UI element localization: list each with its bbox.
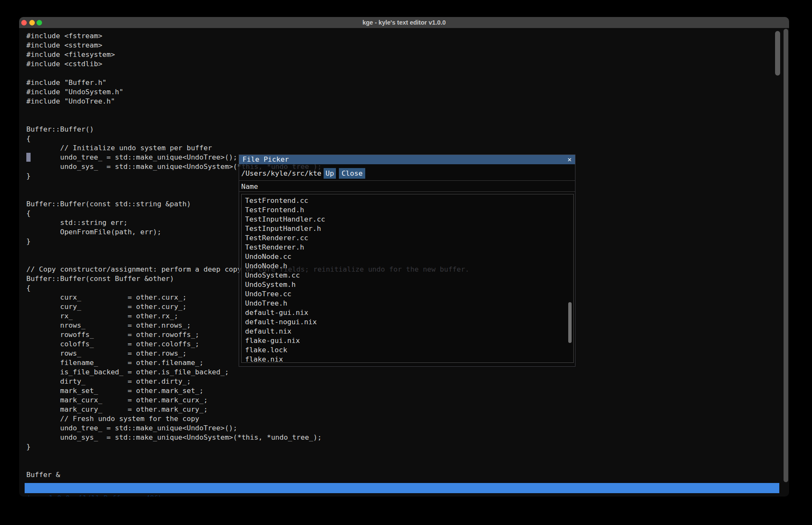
file-list-item[interactable]: UndoSystem.h	[242, 280, 573, 289]
status-version-file: kge v1.0.0 [1/1] Buffer.cc 486L	[28, 493, 163, 497]
divider	[239, 191, 575, 192]
text-cursor	[26, 153, 31, 162]
window-titlebar[interactable]: kge - kyle's text editor v1.0.0	[19, 17, 789, 28]
file-list-item[interactable]: TestRenderer.h	[242, 243, 573, 252]
file-list-item[interactable]: default-nogui.nix	[242, 317, 573, 327]
scrollbar-track[interactable]	[784, 29, 788, 482]
file-list: TestFrontend.ccTestFrontend.hTestInputHa…	[241, 194, 574, 363]
status-bar: kge v1.0.0 [1/1] Buffer.cc 486L Open Fil…	[25, 483, 779, 493]
file-list-item[interactable]: TestFrontend.cc	[242, 196, 573, 205]
file-list-item[interactable]: UndoTree.cc	[242, 289, 573, 299]
file-list-item[interactable]: TestRenderer.cc	[242, 233, 573, 243]
file-list-item[interactable]: TestInputHandler.cc	[242, 215, 573, 224]
dialog-close-icon[interactable]: ✕	[567, 155, 572, 164]
up-directory-button[interactable]: Up	[324, 168, 336, 179]
app-window: kge - kyle's text editor v1.0.0 #include…	[19, 17, 789, 497]
window-title: kge - kyle's text editor v1.0.0	[19, 17, 789, 28]
name-column-header: Name	[241, 182, 258, 191]
file-list-item[interactable]: flake.nix	[242, 355, 573, 364]
file-picker-titlebar[interactable]: File Picker ✕	[239, 155, 575, 164]
editor-scrollbar-thumb[interactable]	[775, 31, 780, 76]
file-list-scrollbar-thumb[interactable]	[568, 302, 572, 343]
close-dialog-button[interactable]: Close	[339, 168, 365, 179]
file-list-item[interactable]: UndoTree.h	[242, 299, 573, 308]
current-path-label: /Users/kyle/src/kte	[241, 169, 321, 178]
file-list-item[interactable]: UndoNode.cc	[242, 252, 573, 261]
file-list-item[interactable]: TestFrontend.h	[242, 205, 573, 215]
file-list-item[interactable]: UndoNode.h	[242, 261, 573, 271]
file-list-item[interactable]: flake-gui.nix	[242, 336, 573, 345]
file-list-item[interactable]: TestInputHandler.h	[242, 224, 573, 233]
file-list-item[interactable]: default-gui.nix	[242, 308, 573, 317]
file-list-item[interactable]: UndoSystem.cc	[242, 271, 573, 280]
desktop: { "window": { "title": "kge - kyle's tex…	[0, 0, 812, 525]
divider	[239, 180, 575, 181]
file-picker-dialog: #include <fstream> #include <sstream> #i…	[239, 154, 575, 367]
file-list-item[interactable]: flake.lock	[242, 345, 573, 355]
file-list-item[interactable]: default.nix	[242, 327, 573, 336]
file-picker-title: File Picker	[242, 155, 289, 164]
